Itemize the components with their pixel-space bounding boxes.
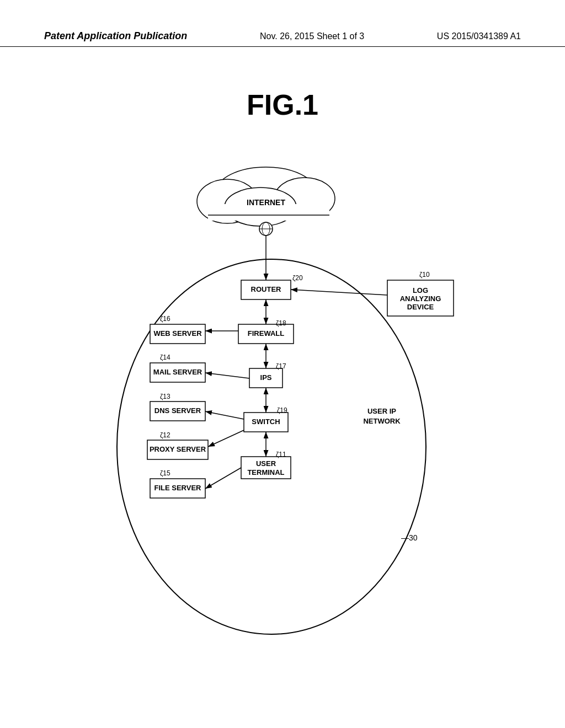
- label-14: ζ14: [160, 354, 170, 361]
- router-label: ROUTER: [251, 285, 282, 293]
- label-13: ζ13: [160, 393, 170, 400]
- proxy-server-label: PROXY SERVER: [150, 445, 206, 453]
- label-30: —30: [401, 533, 418, 542]
- internet-label: INTERNET: [247, 198, 285, 207]
- log-analyzing-label-3: DEVICE: [407, 303, 434, 311]
- label-18: ζ18: [276, 319, 286, 327]
- diagram-svg: INTERNET ROUTER ζ20 FIREWALL ζ18: [89, 132, 476, 656]
- file-server-label: FILE SERVER: [154, 484, 201, 492]
- log-analyzing-label-2: ANALYZING: [400, 295, 441, 303]
- label-15: ζ15: [160, 469, 170, 477]
- switch-label: SWITCH: [252, 417, 280, 426]
- label-20: ζ20: [292, 274, 303, 282]
- header-right: US 2015/0341389 A1: [437, 31, 521, 41]
- user-terminal-label-2: TERMINAL: [247, 468, 284, 477]
- dns-server-label: DNS SERVER: [154, 406, 201, 415]
- label-11: ζ11: [276, 451, 286, 458]
- label-19: ζ19: [277, 406, 287, 414]
- ips-label: IPS: [260, 373, 272, 382]
- user-ip-network-label-2: NETWORK: [363, 417, 401, 425]
- mail-server-label: MAIL SERVER: [153, 368, 202, 376]
- user-ip-network-label-1: USER IP: [367, 407, 396, 415]
- user-terminal-label-1: USER: [256, 459, 276, 468]
- header-center: Nov. 26, 2015 Sheet 1 of 3: [260, 31, 364, 41]
- diagram-container: FIG.1 IN: [89, 88, 476, 612]
- label-16: ζ16: [160, 315, 170, 323]
- internet-cloud: INTERNET: [197, 167, 335, 226]
- header: Patent Application Publication Nov. 26, …: [0, 30, 565, 47]
- label-12: ζ12: [160, 431, 170, 439]
- label-17: ζ17: [276, 362, 286, 370]
- fig-title: FIG.1: [89, 88, 476, 121]
- web-server-label: WEB SERVER: [153, 329, 202, 338]
- log-analyzing-label-1: LOG: [413, 286, 428, 295]
- firewall-label: FIREWALL: [248, 329, 284, 338]
- label-10: ζ10: [419, 271, 430, 279]
- page: Patent Application Publication Nov. 26, …: [0, 0, 565, 728]
- header-left: Patent Application Publication: [44, 30, 187, 42]
